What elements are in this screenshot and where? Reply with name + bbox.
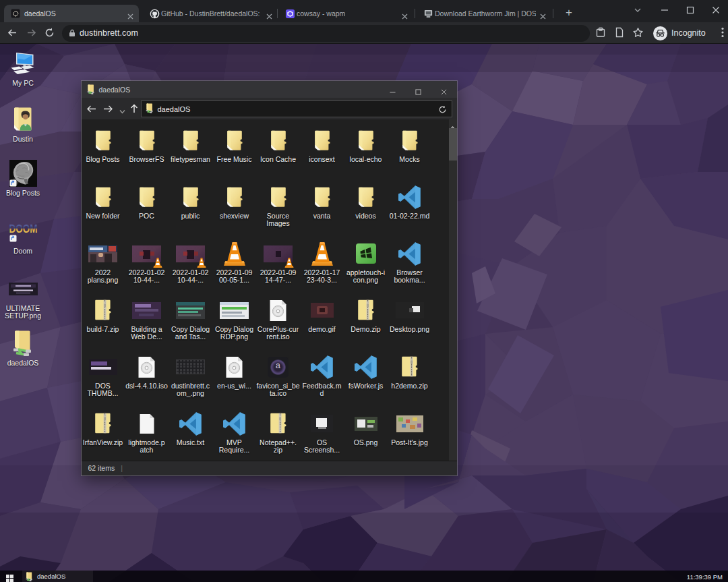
svg-text:DOOM: DOOM [9, 222, 37, 235]
